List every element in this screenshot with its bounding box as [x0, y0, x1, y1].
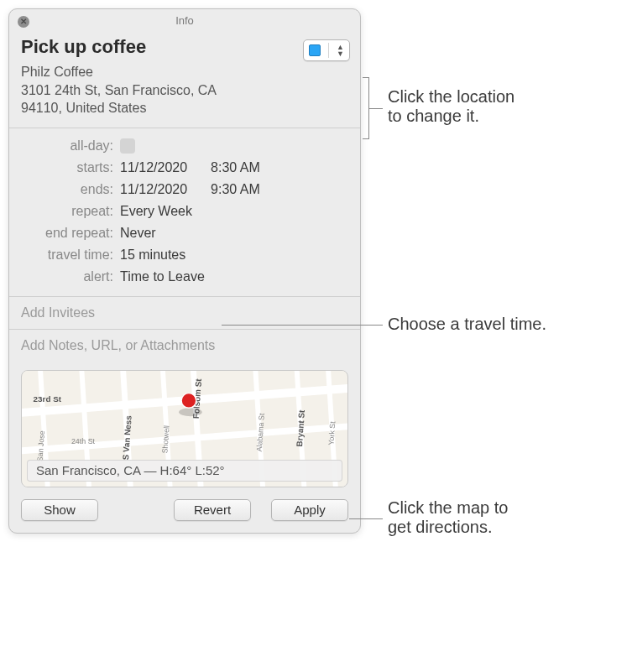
alert-label: alert:	[21, 269, 120, 284]
callout-map: Click the map to get directions.	[388, 498, 508, 537]
ends-label: ends:	[21, 182, 120, 197]
location-name: Philz Coffee	[21, 63, 348, 81]
close-icon: ✕	[20, 18, 27, 26]
revert-button[interactable]: Revert	[174, 499, 251, 521]
endrepeat-label: end repeat:	[21, 226, 120, 241]
calendar-color-picker[interactable]: ▲▼	[303, 39, 350, 61]
map-weather-bar: San Francisco, CA — H:64° L:52°	[27, 460, 342, 482]
apply-button[interactable]: Apply	[271, 499, 348, 521]
map-preview[interactable]: 23rd St 24th St San Jose S Van Ness Shot…	[21, 370, 348, 487]
ends-time[interactable]: 9:30 AM	[211, 182, 260, 197]
alert-value[interactable]: Time to Leave	[120, 269, 205, 284]
map-container: 23rd St 24th St San Jose S Van Ness Shot…	[9, 362, 360, 491]
repeat-label: repeat:	[21, 204, 120, 219]
traveltime-value[interactable]: 15 minutes	[120, 247, 185, 263]
svg-text:23rd St: 23rd St	[34, 394, 62, 404]
close-button[interactable]: ✕	[18, 16, 29, 28]
allday-checkbox[interactable]	[120, 138, 135, 154]
svg-text:24th St: 24th St	[71, 437, 96, 445]
event-details: all-day: starts: 11/12/2020 8:30 AM ends…	[9, 128, 360, 297]
starts-time[interactable]: 8:30 AM	[211, 160, 260, 175]
location-address2: 94110, United States	[21, 99, 348, 117]
window-title: Info	[175, 14, 194, 27]
callout-travel: Choose a travel time.	[388, 315, 546, 334]
ends-date[interactable]: 11/12/2020	[120, 182, 187, 197]
location-address1: 3101 24th St, San Francisco, CA	[21, 81, 348, 100]
event-location[interactable]: Philz Coffee 3101 24th St, San Francisco…	[21, 63, 348, 117]
show-button[interactable]: Show	[21, 499, 98, 521]
titlebar: ✕ Info	[9, 9, 360, 33]
callout-bracket	[363, 77, 369, 139]
chevron-updown-icon: ▲▼	[337, 44, 344, 57]
svg-point-20	[179, 408, 202, 416]
add-notes-field[interactable]: Add Notes, URL, or Attachments	[9, 330, 360, 362]
repeat-value[interactable]: Every Week	[120, 204, 192, 219]
event-title[interactable]: Pick up coffee	[21, 36, 348, 58]
svg-text:York St: York St	[326, 420, 337, 445]
starts-date[interactable]: 11/12/2020	[120, 160, 187, 175]
traveltime-label: travel time:	[21, 247, 120, 263]
footer-buttons: Show Revert Apply	[9, 491, 360, 533]
endrepeat-value[interactable]: Never	[120, 226, 156, 241]
allday-label: all-day:	[21, 138, 120, 154]
callout-location: Click the location to change it.	[388, 87, 514, 126]
starts-label: starts:	[21, 160, 120, 175]
event-info-panel: ✕ Info ▲▼ Pick up coffee Philz Coffee 31…	[8, 8, 361, 534]
calendar-swatch-icon	[309, 44, 321, 56]
svg-point-21	[181, 393, 196, 408]
